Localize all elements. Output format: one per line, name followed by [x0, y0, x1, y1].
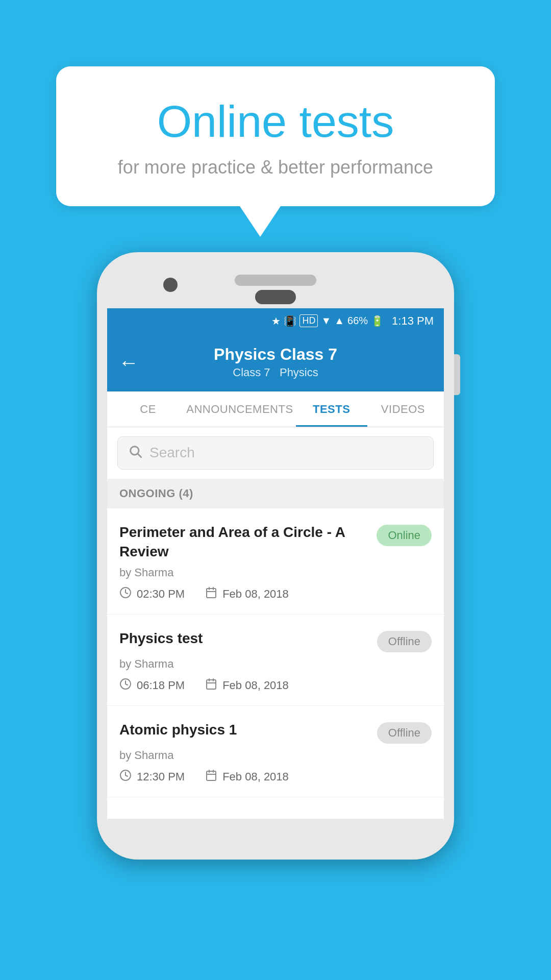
tab-announcements[interactable]: ANNOUNCEMENTS [184, 391, 295, 427]
bluetooth-icon: ★ [271, 315, 281, 327]
phone-top-bezel [107, 262, 444, 308]
svg-rect-13 [207, 771, 216, 780]
calendar-icon [205, 678, 217, 693]
phone-side-button [454, 354, 460, 395]
test-status-badge: Offline [377, 722, 432, 744]
test-time: 12:30 PM [119, 769, 185, 785]
search-container: Search [107, 427, 444, 479]
callout-wrapper: Online tests for more practice & better … [56, 66, 495, 237]
test-item-top: Physics test Offline [119, 629, 432, 652]
test-title: Perimeter and Area of a Circle - A Revie… [119, 523, 377, 561]
status-bar: ★ 📳 HD ▼ ▲ 66% 🔋 1:13 PM [107, 308, 444, 334]
test-meta: 06:18 PM Feb 08, 201 [119, 678, 432, 693]
search-placeholder: Search [149, 445, 195, 461]
test-time: 06:18 PM [119, 678, 185, 693]
test-time-value: 06:18 PM [137, 679, 185, 692]
app-title: Physics Class 7 [122, 345, 429, 364]
test-meta: 02:30 PM Feb 08, 201 [119, 586, 432, 602]
status-time: 1:13 PM [392, 314, 434, 328]
test-status-badge: Offline [377, 631, 432, 652]
tab-tests[interactable]: TESTS [296, 391, 367, 427]
test-author: by Sharma [119, 749, 432, 762]
phone-mockup: ★ 📳 HD ▼ ▲ 66% 🔋 1:13 PM ← Physics Class… [97, 252, 454, 860]
phone-screen: ★ 📳 HD ▼ ▲ 66% 🔋 1:13 PM ← Physics Class… [107, 308, 444, 819]
app-header: ← Physics Class 7 Class 7 Physics [107, 334, 444, 391]
test-title: Physics test [119, 629, 377, 648]
test-time: 02:30 PM [119, 586, 185, 602]
test-title: Atomic physics 1 [119, 720, 377, 740]
test-item[interactable]: Perimeter and Area of a Circle - A Revie… [107, 508, 444, 615]
hd-icon: HD [299, 314, 318, 327]
svg-rect-8 [207, 680, 216, 689]
clock-icon [119, 586, 132, 602]
test-date: Feb 08, 2018 [205, 769, 289, 785]
clock-icon [119, 769, 132, 785]
clock-icon [119, 678, 132, 693]
phone-bottom-bezel [107, 819, 444, 849]
svg-rect-3 [207, 589, 216, 598]
wifi-icon: ▼ [321, 315, 331, 327]
battery-text: 66% [347, 315, 368, 327]
tab-bar: CE ANNOUNCEMENTS TESTS VIDEOS [107, 391, 444, 427]
test-status-badge: Online [377, 525, 432, 546]
search-icon [128, 444, 142, 462]
test-date-value: Feb 08, 2018 [222, 770, 289, 783]
calendar-icon [205, 769, 217, 785]
test-date: Feb 08, 2018 [205, 678, 289, 693]
callout-box: Online tests for more practice & better … [56, 66, 495, 206]
vibrate-icon: 📳 [284, 315, 296, 327]
test-item-top: Perimeter and Area of a Circle - A Revie… [119, 523, 432, 561]
phone-speaker [235, 275, 316, 286]
subtitle-class: Class 7 [233, 366, 270, 379]
back-button[interactable]: ← [118, 352, 139, 373]
search-bar[interactable]: Search [117, 436, 434, 470]
tab-ce[interactable]: CE [112, 391, 184, 427]
tab-videos[interactable]: VIDEOS [367, 391, 439, 427]
callout-title: Online tests [82, 97, 469, 146]
test-meta: 12:30 PM Feb 08, 201 [119, 769, 432, 785]
test-date: Feb 08, 2018 [205, 586, 289, 602]
subtitle-subject: Physics [280, 366, 318, 379]
test-date-value: Feb 08, 2018 [222, 679, 289, 692]
test-time-value: 12:30 PM [137, 770, 185, 783]
phone-camera [163, 278, 178, 292]
phone-inner: ★ 📳 HD ▼ ▲ 66% 🔋 1:13 PM ← Physics Class… [107, 262, 444, 849]
test-item[interactable]: Physics test Offline by Sharma [107, 615, 444, 706]
callout-subtitle: for more practice & better performance [82, 157, 469, 178]
calendar-icon [205, 586, 217, 602]
app-subtitle: Class 7 Physics [122, 366, 429, 379]
test-author: by Sharma [119, 657, 432, 671]
test-date-value: Feb 08, 2018 [222, 587, 289, 601]
signal-icon: ▲ [334, 315, 344, 327]
status-bar-icons: ★ 📳 HD ▼ ▲ 66% 🔋 [271, 314, 384, 327]
test-time-value: 02:30 PM [137, 587, 185, 601]
test-item-top: Atomic physics 1 Offline [119, 720, 432, 744]
callout-tail [240, 206, 281, 237]
phone-outer-shell: ★ 📳 HD ▼ ▲ 66% 🔋 1:13 PM ← Physics Class… [97, 252, 454, 860]
test-author: by Sharma [119, 566, 432, 579]
test-item[interactable]: Atomic physics 1 Offline by Sharma [107, 706, 444, 797]
phone-home-button [255, 290, 296, 304]
section-header-ongoing: ONGOING (4) [107, 479, 444, 508]
battery-icon: 🔋 [371, 315, 384, 327]
svg-line-1 [138, 454, 141, 457]
